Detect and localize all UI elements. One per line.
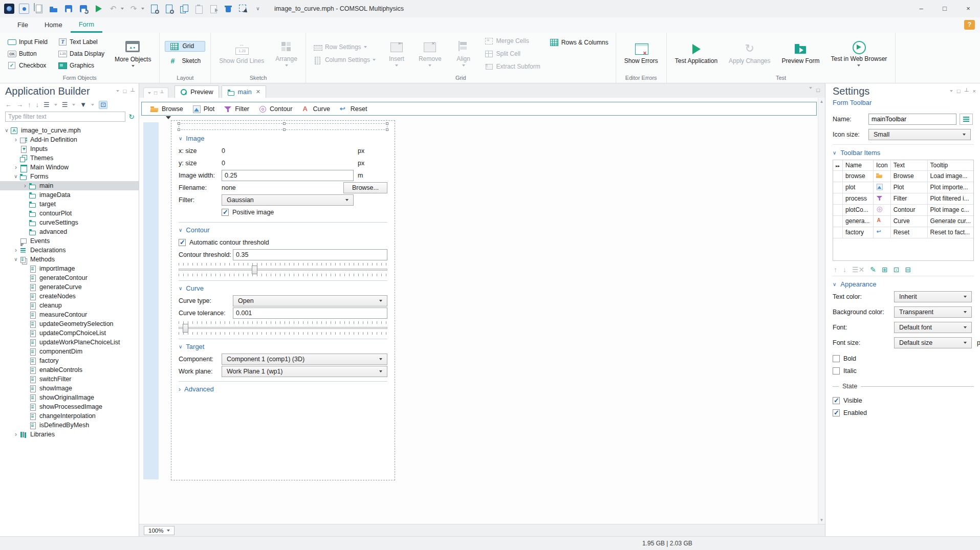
toolbar-item-row[interactable]: browse Browse Load image... [833, 170, 973, 182]
refresh-icon[interactable]: ↻ [128, 113, 135, 121]
tree-item[interactable]: importImage [0, 264, 139, 273]
tree-item[interactable]: Methods [0, 255, 139, 264]
editor-group-float-icon[interactable]: □ [816, 87, 820, 93]
image-width-input[interactable] [222, 170, 354, 181]
tree-item[interactable]: showImage [0, 384, 139, 393]
tree-item[interactable]: Forms [0, 172, 139, 181]
panel-pin-icon[interactable]: ┴ [130, 89, 135, 94]
sketch-mode-button[interactable]: Sketch [165, 56, 205, 67]
grid-mode-button[interactable]: Grid [165, 41, 205, 52]
browse-file-button[interactable]: Browse... [343, 182, 387, 193]
toolbar-button[interactable]: Contour [254, 102, 297, 115]
section-header-curve[interactable]: ∨ Curve [179, 280, 387, 295]
tree-item[interactable]: showProcessedImage [0, 402, 139, 411]
tree-item[interactable]: updateGeometrySelection [0, 319, 139, 328]
delete-item-icon[interactable]: ☰✕ [852, 266, 864, 274]
filter-select[interactable]: Gaussian [222, 194, 354, 206]
tree-expander-icon[interactable] [12, 135, 19, 145]
curve-tolerance-slider[interactable] [179, 321, 387, 335]
tree-item[interactable]: updateWorkPlaneChoiceList [0, 338, 139, 347]
save-as-icon[interactable] [78, 4, 89, 14]
paste-icon[interactable] [193, 4, 204, 14]
tree-item[interactable]: contourPlot [0, 209, 139, 218]
tree-item[interactable]: factory [0, 356, 139, 365]
section-header-appearance[interactable]: ∨ Appearance [833, 276, 974, 291]
form-object-button[interactable]: Text Label [56, 37, 106, 46]
text-color-select[interactable]: Inherit [894, 291, 972, 302]
tree-item[interactable]: isDefinedByMesh [0, 421, 139, 430]
item-name-cell[interactable]: process [843, 193, 874, 204]
item-name-cell[interactable]: browse [843, 170, 874, 182]
tab-main[interactable]: main ✕ [222, 85, 266, 98]
font-select[interactable]: Default font [894, 322, 972, 333]
tree-item[interactable]: showOriginalImage [0, 393, 139, 402]
item-text-cell[interactable]: Curve [890, 215, 927, 227]
curve-tolerance-input[interactable] [233, 307, 387, 319]
contour-threshold-slider[interactable] [179, 262, 387, 277]
tree-item[interactable]: Main Window [0, 163, 139, 172]
settings-float-icon[interactable]: □ [957, 89, 961, 94]
curve-type-select[interactable]: Open [233, 295, 387, 306]
tree-expander-icon[interactable] [21, 181, 29, 191]
tab-close-icon[interactable]: ✕ [256, 89, 260, 95]
item-tooltip-cell[interactable]: Generate cur... [927, 215, 973, 227]
expand-all-icon[interactable]: ☰ [43, 101, 50, 108]
go-to-node-button[interactable] [960, 114, 973, 125]
form-grid-outline[interactable]: ∨ Image x: size 0 px y: size 0 px Imag [171, 120, 395, 480]
move-item-down-icon[interactable]: ↓ [843, 266, 846, 274]
component-select[interactable]: Component 1 (comp1) (3D) [222, 354, 387, 365]
undo-dropdown-caret[interactable] [121, 8, 124, 10]
tree-expander-icon[interactable] [12, 430, 19, 439]
tree-expander-icon[interactable] [12, 246, 19, 255]
select-objects-icon[interactable] [238, 4, 248, 14]
column-settings-button[interactable]: Column Settings [311, 56, 378, 64]
extract-subform-button[interactable]: Extract Subform [483, 62, 542, 71]
enabled-checkbox[interactable] [833, 409, 840, 416]
rows-columns-button[interactable]: Rows & Columns [548, 38, 611, 47]
show-grid-lines-button[interactable]: Show Grid Lines [216, 41, 267, 65]
main-toolbar-strip[interactable]: Browse Plot Filter [141, 102, 817, 116]
tree-item[interactable]: switchFilter [0, 375, 139, 384]
icon-size-select[interactable]: Small [868, 129, 971, 140]
toolbar-button[interactable]: Reset [335, 102, 372, 115]
tree-item[interactable]: Declarations [0, 246, 139, 255]
remove-button[interactable]: Remove [416, 39, 445, 67]
background-color-select[interactable]: Transparent [894, 306, 972, 318]
toolbar-item-row[interactable]: plotCo... Contour Plot image c... [833, 204, 973, 215]
customize-toolbar-caret[interactable] [253, 4, 263, 14]
tree-item[interactable]: measureContour [0, 310, 139, 319]
form-object-button[interactable]: Input Field [5, 37, 50, 46]
toolbar-item-row[interactable]: factory Reset Reset to fact... [833, 227, 973, 238]
collapse-all-caret[interactable] [72, 104, 75, 106]
toolbar-button[interactable]: Curve [297, 102, 335, 115]
tree-item[interactable]: Themes [0, 153, 139, 163]
collapse-all-icon[interactable]: ☰ [62, 101, 68, 108]
form-object-button[interactable]: Button [5, 49, 50, 58]
redo-dropdown-caret[interactable] [141, 8, 144, 10]
move-up-icon[interactable]: ↑ [28, 101, 31, 108]
name-input[interactable] [868, 114, 956, 125]
work-plane-select[interactable]: Work Plane 1 (wp1) [222, 366, 387, 377]
item-text-cell[interactable]: Reset [890, 227, 927, 238]
toolbar-items-table[interactable]: ▸▸ Name Icon Text Tooltip browse [833, 160, 974, 261]
slider-handle[interactable] [252, 266, 257, 274]
auto-threshold-checkbox[interactable] [179, 239, 186, 246]
item-text-cell[interactable]: Filter [890, 193, 927, 204]
toolbar-button[interactable]: Browse [146, 102, 188, 115]
tree-item[interactable]: Add-in Definition [0, 135, 139, 144]
positive-image-checkbox[interactable] [222, 209, 229, 216]
arrange-button[interactable]: Arrange [272, 39, 300, 67]
expand-all-caret[interactable] [54, 104, 57, 106]
test-in-web-browser-button[interactable]: Test in Web Browser [828, 39, 890, 67]
tree-item[interactable]: updateCompChoiceList [0, 328, 139, 338]
editor-group-menu-caret[interactable] [809, 87, 812, 89]
tree-item[interactable]: advanced [0, 227, 139, 236]
tab-preview[interactable]: Preview [175, 85, 219, 98]
contour-threshold-input[interactable] [233, 249, 387, 260]
bold-checkbox[interactable] [833, 355, 840, 362]
scroll-down-icon[interactable]: ▼ [818, 517, 825, 523]
item-name-cell[interactable]: plot [843, 182, 874, 193]
section-header-image[interactable]: ∨ Image [179, 131, 387, 145]
section-header-advanced[interactable]: › Advanced [179, 381, 387, 395]
tree-item[interactable]: imageData [0, 190, 139, 200]
